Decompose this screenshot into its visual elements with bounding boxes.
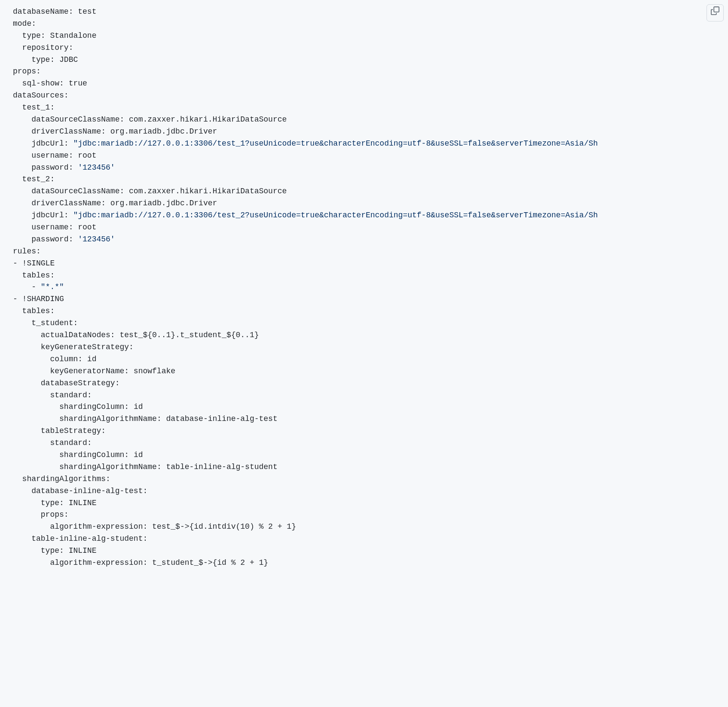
code-block: databaseName: testmode: type: Standalone… (13, 6, 728, 569)
code-line: rules: (13, 246, 728, 258)
code-token: '123456' (78, 235, 115, 244)
code-line: shardingAlgorithmName: database-inline-a… (13, 413, 728, 425)
code-token: : (69, 151, 78, 160)
code-line: type: INLINE (13, 497, 728, 509)
code-token: : (59, 79, 69, 88)
code-token: INLINE (69, 546, 97, 555)
code-token: com.zaxxer.hikari.HikariDataSource (129, 115, 287, 124)
code-line: tables: (13, 305, 728, 317)
code-token: "jdbc:mariadb://127.0.0.1:3306/test_2?us… (73, 211, 598, 219)
code-line: type: JDBC (13, 54, 728, 66)
code-line: type: INLINE (13, 545, 728, 557)
code-token: : (143, 522, 152, 531)
code-token: shardingColumn (59, 451, 124, 459)
code-token: dataSourceClassName (31, 187, 119, 195)
code-line: shardingAlgorithmName: table-inline-alg-… (13, 461, 728, 473)
code-token: INLINE (69, 499, 97, 507)
code-token: id (87, 355, 97, 363)
code-token: : (50, 55, 59, 64)
code-token: username (31, 223, 68, 232)
code-token: mode (13, 19, 31, 28)
code-line: dataSourceClassName: com.zaxxer.hikari.H… (13, 114, 728, 126)
code-token: algorithm-expression (50, 558, 143, 567)
code-token: : (50, 103, 55, 112)
code-token: : (78, 355, 87, 363)
code-token: : (101, 127, 110, 136)
code-line: - "*.*" (13, 281, 728, 293)
code-token: type (41, 499, 59, 507)
code-token: type (31, 55, 50, 64)
code-token: table-inline-alg-student (166, 463, 277, 471)
copy-icon (711, 6, 719, 19)
code-line: username: root (13, 150, 728, 162)
code-token: : (157, 414, 166, 423)
code-token: type (41, 546, 59, 555)
code-token: : (115, 379, 120, 387)
code-token: org.mariadb.jdbc.Driver (110, 199, 217, 207)
code-token: : (124, 451, 134, 459)
code-token: shardingColumn (59, 402, 124, 411)
code-token: !SHARDING (22, 295, 64, 303)
code-token: '123456' (78, 163, 115, 172)
code-token: JDBC (59, 55, 78, 64)
code-token: test_${0..1}.t_student_${0..1} (119, 331, 259, 339)
code-line: - !SINGLE (13, 258, 728, 270)
code-token: test_1 (22, 103, 50, 112)
code-token: : (143, 558, 152, 567)
code-token: : (36, 247, 41, 256)
code-token: : (119, 187, 129, 195)
code-token: jdbcUrl (31, 139, 64, 148)
code-token: "*.*" (41, 283, 64, 291)
code-token: : (87, 391, 92, 399)
code-token: : (69, 235, 78, 244)
code-token: test_2 (22, 175, 50, 183)
code-token: actualDataNodes (41, 331, 110, 339)
copy-button[interactable] (707, 4, 724, 21)
code-token: id (134, 451, 143, 459)
code-token: repository (22, 43, 69, 52)
code-line: databaseName: test (13, 6, 728, 18)
code-token: - (13, 259, 22, 268)
code-line: algorithm-expression: test_$->{id.intdiv… (13, 521, 728, 533)
code-token: !SINGLE (22, 259, 55, 268)
code-token: : (36, 67, 41, 76)
code-token: - (13, 295, 22, 303)
code-token: shardingAlgorithmName (59, 463, 157, 471)
code-token: shardingAlgorithms (22, 475, 106, 483)
code-line: props: (13, 66, 728, 78)
code-line: jdbcUrl: "jdbc:mariadb://127.0.0.1:3306/… (13, 210, 728, 222)
code-token: sql-show (22, 79, 59, 88)
code-token: : (69, 43, 73, 52)
code-token: tables (22, 307, 50, 315)
code-token: org.mariadb.jdbc.Driver (110, 127, 217, 136)
code-line: databaseStrategy: (13, 378, 728, 390)
code-token: : (119, 115, 129, 124)
code-token: : (101, 199, 110, 207)
code-token: keyGenerateStrategy (41, 343, 129, 351)
code-token: : (101, 427, 106, 435)
code-token: : (157, 463, 166, 471)
code-line: - !SHARDING (13, 293, 728, 305)
code-token: - (31, 283, 41, 291)
code-token: : (50, 271, 55, 280)
code-line: mode: (13, 18, 728, 30)
code-line: password: '123456' (13, 162, 728, 174)
code-token: : (50, 307, 55, 315)
code-line: sql-show: true (13, 78, 728, 90)
code-line: keyGenerateStrategy: (13, 341, 728, 354)
code-token: databaseStrategy (41, 379, 115, 387)
code-token: true (69, 79, 87, 88)
code-line: type: Standalone (13, 30, 728, 42)
code-line: standard: (13, 390, 728, 402)
code-token: root (78, 223, 96, 232)
code-token: : (64, 510, 69, 519)
code-token: props (13, 67, 36, 76)
code-token: database-inline-alg-test (166, 414, 277, 423)
code-line: driverClassName: org.mariadb.jdbc.Driver (13, 198, 728, 210)
code-token: : (143, 534, 147, 543)
code-line: username: root (13, 222, 728, 234)
code-line: driverClassName: org.mariadb.jdbc.Driver (13, 126, 728, 138)
code-token: "jdbc:mariadb://127.0.0.1:3306/test_1?us… (73, 139, 598, 148)
code-token: databaseName (13, 7, 69, 16)
code-token: root (78, 151, 96, 160)
